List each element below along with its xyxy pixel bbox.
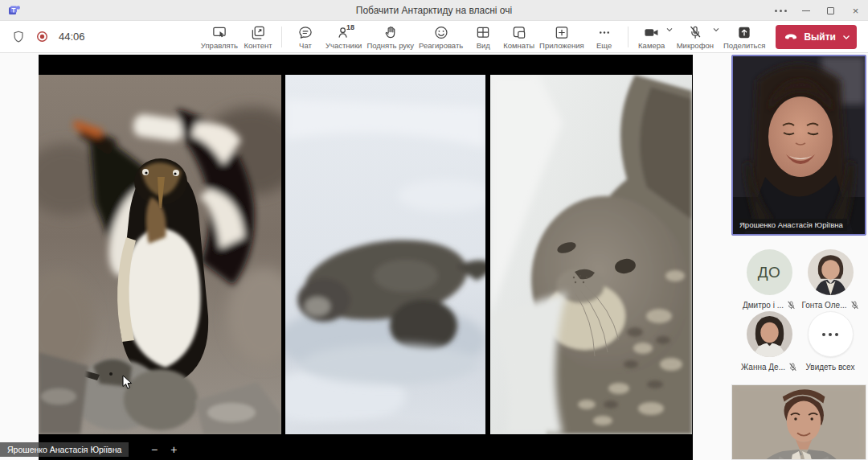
chevron-down-icon[interactable] — [666, 27, 673, 32]
content-button[interactable]: Контент — [240, 21, 276, 53]
window-title: Побачити Антарктиду на власні очі — [0, 5, 868, 16]
share-label: Поделиться — [723, 41, 765, 50]
photo-seal-closeup — [490, 75, 692, 434]
window-controls: × — [768, 0, 868, 21]
hangup-icon — [784, 30, 798, 44]
more-button[interactable]: Еще — [587, 21, 622, 53]
toolbar-divider — [628, 27, 628, 47]
apps-icon — [554, 25, 570, 40]
participant-name: Жанна Де... — [741, 363, 785, 372]
participants-label: Участники — [326, 41, 362, 50]
recording-icon — [35, 30, 49, 43]
toolbar-buttons: Управлять Контент Чат — [199, 21, 857, 53]
participants-count-badge: 18 — [346, 23, 354, 31]
rooms-label: Комнаты — [503, 41, 534, 50]
teams-meeting-window: Побачити Антарктиду на власні очі × 44:0… — [0, 0, 868, 460]
teams-logo-icon — [8, 4, 21, 17]
raise-hand-label: Поднять руку — [366, 41, 414, 50]
content-label: Контент — [244, 41, 272, 50]
more-label: Еще — [596, 41, 612, 50]
more-icon — [596, 25, 612, 40]
mic-off-icon — [687, 25, 703, 40]
toolbar-divider — [281, 27, 282, 47]
chat-icon — [297, 25, 313, 40]
shared-screen-stage[interactable] — [39, 55, 693, 460]
view-button[interactable]: Вид — [465, 21, 501, 53]
mic-off-icon — [788, 363, 797, 372]
react-icon — [433, 25, 449, 40]
titlebar-more-icon[interactable] — [768, 0, 793, 21]
view-icon — [475, 25, 491, 40]
camera-button[interactable]: Камера — [634, 21, 669, 53]
photo-penguins — [39, 75, 281, 434]
chat-label: Чат — [299, 41, 312, 50]
meeting-toolbar: 44:06 Управлять Контент — [0, 21, 868, 53]
participant-tile-honta[interactable]: Гонта Оле... — [799, 249, 862, 310]
participant-name: Дмитро і ... — [743, 301, 784, 310]
participants-button[interactable]: 18 Участники — [323, 21, 364, 53]
share-icon — [736, 25, 752, 40]
leave-button[interactable]: Выйти — [776, 25, 857, 49]
chat-button[interactable]: Чат — [288, 21, 323, 53]
maximize-icon[interactable] — [818, 0, 843, 21]
meeting-status-group: 44:06 — [11, 30, 85, 44]
mic-button[interactable]: Микрофон — [674, 21, 716, 53]
manage-label: Управлять — [201, 41, 238, 50]
title-bar: Побачити Антарктиду на власні очі × — [0, 0, 868, 21]
meeting-stage-area: Ярошенко Анастасія Юріївна − + — [0, 53, 868, 460]
mic-label: Микрофон — [677, 41, 714, 50]
avatar-photo — [747, 311, 792, 357]
apps-button[interactable]: Приложения — [537, 21, 587, 53]
apps-label: Приложения — [539, 41, 584, 50]
zoom-in-button[interactable]: + — [170, 442, 177, 457]
close-icon[interactable]: × — [843, 0, 868, 21]
meeting-timer: 44:06 — [59, 31, 85, 43]
leave-chevron-down-icon[interactable] — [842, 35, 850, 40]
content-icon — [250, 25, 266, 40]
speaker-video — [733, 56, 865, 234]
camera-icon — [643, 25, 661, 40]
react-button[interactable]: Реагировать — [416, 21, 465, 53]
zoom-out-button[interactable]: − — [151, 442, 158, 457]
raise-hand-button[interactable]: Поднять руку — [364, 21, 416, 53]
participant-tile-zhanna[interactable]: Жанна Де... — [738, 311, 800, 372]
see-all-label: Увидеть всех — [806, 363, 855, 372]
leave-label: Выйти — [804, 31, 836, 43]
shared-content-photos — [39, 75, 693, 434]
view-label: Вид — [477, 41, 490, 50]
camera-label: Камера — [638, 41, 665, 50]
participant-video — [732, 385, 866, 460]
minimize-icon[interactable] — [793, 0, 818, 21]
speaker-video-tile[interactable]: Ярошенко Анастасія Юріївна — [731, 55, 866, 236]
see-all-ellipsis-icon[interactable] — [808, 311, 854, 357]
stage-zoom-controls: − + — [151, 442, 177, 457]
mic-off-icon — [787, 301, 796, 310]
share-button[interactable]: Поделиться — [721, 21, 768, 53]
manage-icon — [211, 25, 227, 40]
participant-tile-dmytro[interactable]: ДО Дмитро і ... — [738, 249, 800, 310]
react-label: Реагировать — [419, 41, 463, 50]
participants-sidebar: Ярошенко Анастасія Юріївна ДО Дмитро і .… — [730, 53, 868, 460]
manage-button[interactable]: Управлять — [199, 21, 240, 53]
rooms-button[interactable]: Комнаты — [501, 21, 537, 53]
presenter-name-tag: Ярошенко Анастасія Юріївна — [0, 442, 129, 457]
mic-off-icon — [850, 301, 859, 310]
see-all-tile[interactable]: Увидеть всех — [799, 311, 862, 372]
raise-hand-icon — [383, 25, 399, 40]
photo-seal-snow — [285, 75, 485, 434]
shield-icon[interactable] — [11, 30, 26, 44]
chevron-down-icon[interactable] — [713, 27, 719, 32]
avatar-photo — [808, 249, 854, 295]
speaker-name-label: Ярошенко Анастасія Юріївна — [735, 219, 847, 231]
rooms-icon — [511, 25, 527, 40]
participant-video-tile[interactable] — [731, 384, 866, 460]
mouse-cursor-icon — [122, 375, 133, 390]
avatar-initials: ДО — [747, 249, 792, 295]
participant-name: Гонта Оле... — [801, 301, 846, 310]
